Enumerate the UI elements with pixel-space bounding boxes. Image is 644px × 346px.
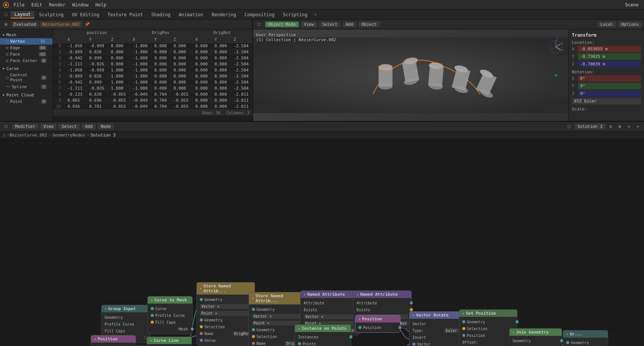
- tab-scripting[interactable]: Scripting: [279, 11, 311, 18]
- breadcrumb-bezier[interactable]: BézierCurve.002: [9, 133, 47, 138]
- viewport-add-menu[interactable]: Add: [343, 22, 356, 27]
- object-mode-btn[interactable]: Object Mode: [265, 22, 299, 27]
- node-add-menu[interactable]: Add: [82, 124, 96, 129]
- control-point-filter[interactable]: ○ Control Point 0: [0, 72, 53, 83]
- sna1-val-row: Value: [197, 337, 255, 344]
- cell-value: -1.000: [130, 61, 151, 67]
- viewport-3d-area[interactable]: X Y Z: [253, 29, 568, 121]
- tab-compositing[interactable]: Compositing: [241, 11, 278, 18]
- table-row: 0-1.058-0.0990.000-1.0000.0000.0000.0000…: [53, 43, 252, 49]
- options-btn[interactable]: Options: [618, 22, 642, 27]
- vertex-filter[interactable]: □ Vertex 56: [0, 38, 53, 45]
- transform-mode-btn[interactable]: Local: [598, 22, 616, 27]
- menu-file[interactable]: File: [11, 2, 28, 8]
- cell-value: -0.055: [170, 104, 192, 110]
- point-cloud-header[interactable]: ▾ Point Cloud: [0, 92, 53, 98]
- node-instance-on-points[interactable]: ▾ Instance on Points Instances Points: [295, 324, 351, 346]
- spreadsheet-table-container[interactable]: position OrigPos OrigRot X Y Z X Y: [53, 29, 252, 121]
- tab-texture-paint[interactable]: Texture Paint: [104, 11, 147, 18]
- cell-value: 0.099: [86, 79, 108, 85]
- node-select-menu[interactable]: Select: [59, 124, 80, 129]
- rotation-y-value[interactable]: 0°: [578, 83, 641, 89]
- na1-label: Named Attribute: [307, 292, 344, 297]
- pin-icon[interactable]: 📌: [83, 21, 91, 28]
- node-node-menu[interactable]: Node: [98, 124, 114, 129]
- overlay-btn[interactable]: ⊡: [607, 123, 615, 130]
- node-vector-rotate[interactable]: ▾ Vector Rotate Vector Type: Euler: [409, 311, 462, 346]
- face-filter[interactable]: ⊡ Face 42: [0, 51, 53, 57]
- pos2-geo-in: [358, 326, 361, 329]
- mesh-header[interactable]: ▾ Mesh: [0, 32, 53, 38]
- node-set-position[interactable]: ▾ Set Position Geometry Selection: [459, 309, 517, 346]
- curve-header[interactable]: ▾ Curve: [0, 65, 53, 72]
- cell-value: -0.055: [170, 92, 192, 98]
- blender-icon[interactable]: [2, 1, 10, 9]
- node-join-geometry[interactable]: ▾ Join Geometry Geometry Geometry: [509, 328, 562, 346]
- menu-edit[interactable]: Edit: [28, 2, 45, 8]
- viewport-scene[interactable]: X Y Z User Perspective (1) Collection | …: [253, 29, 644, 121]
- chevron-icon: ▾: [105, 307, 107, 311]
- cell-value: 0.000: [170, 73, 192, 79]
- tab-animation[interactable]: Animation: [175, 11, 207, 18]
- menu-help[interactable]: Help: [93, 2, 110, 8]
- node-position-2[interactable]: ▾ Position Position: [355, 315, 400, 333]
- cell-value: 0.026: [86, 49, 108, 55]
- node-gr-output[interactable]: ▾ Gr... Geometry: [563, 330, 608, 346]
- node-store-named-1[interactable]: ▾ Store Named Attrib... Geometry Vector …: [196, 282, 255, 346]
- viewport-overlay: User Perspective (1) Collection | Bézier…: [256, 33, 336, 42]
- sna2-type-dropdown[interactable]: Vector ▾: [252, 314, 304, 319]
- breadcrumb-solution[interactable]: Solution 3: [91, 133, 116, 138]
- pin-node-btn[interactable]: ✦: [634, 123, 642, 130]
- viewport-select-menu[interactable]: Select: [319, 22, 340, 27]
- tab-sculpting[interactable]: Sculpting: [35, 11, 67, 18]
- node-position[interactable]: ▾ Position Position: [91, 335, 136, 346]
- node-view-menu[interactable]: View: [40, 124, 57, 129]
- cell-value: -0.049: [130, 98, 151, 104]
- vr-veci-row: Vector: [409, 341, 462, 346]
- tab-shading[interactable]: Shading: [148, 11, 175, 18]
- col-origrot[interactable]: OrigRot: [192, 29, 252, 36]
- add-tab-button[interactable]: +: [312, 11, 319, 18]
- rotation-x-value[interactable]: 0°: [578, 75, 641, 82]
- solution-label[interactable]: Solution 3: [575, 124, 605, 129]
- sna1-name-in: [200, 332, 203, 335]
- tab-uv-editing[interactable]: UV Editing: [68, 11, 103, 18]
- iop-pts-row: Points: [295, 340, 351, 346]
- object-name-display[interactable]: BézierCurve.002: [40, 22, 82, 27]
- node-curve-to-mesh-1[interactable]: ▾ Curve to Mesh Curve Profile Curve: [147, 296, 193, 334]
- node-canvas[interactable]: ▾ Curve Tangent ▾ +Z: [0, 139, 644, 346]
- tab-layout[interactable]: Layout: [11, 11, 34, 19]
- modifier-btn[interactable]: Modifier: [12, 124, 38, 129]
- col-position[interactable]: position: [64, 29, 130, 36]
- vr-type-dropdown[interactable]: Euler: [444, 328, 459, 333]
- copy-btn[interactable]: ⊞: [616, 123, 624, 130]
- spline-filter[interactable]: 〜 Spline 2: [0, 83, 53, 90]
- location-z-value[interactable]: -0.70039 m: [578, 61, 641, 67]
- menu-render[interactable]: Render: [46, 2, 68, 8]
- viewport-view-menu[interactable]: View: [301, 22, 317, 27]
- edge-filter[interactable]: ⊡ Edge 84: [0, 45, 53, 51]
- cell-value: 0.000: [170, 55, 192, 61]
- breadcrumb-geo-nodes[interactable]: GeometryNodes: [53, 133, 85, 138]
- face-corner-count: 0: [41, 59, 46, 63]
- na1-type-dropdown[interactable]: Vector ▾: [304, 314, 355, 319]
- sna1-type-dropdown[interactable]: Vector ▾: [200, 304, 252, 309]
- rotation-z-value[interactable]: 0°: [578, 90, 641, 97]
- col-origpos[interactable]: OrigPos: [130, 29, 192, 36]
- sna1-domain-dropdown[interactable]: Point ▾: [200, 311, 252, 316]
- location-x-value[interactable]: -0.053655 m: [578, 46, 641, 52]
- location-y-value[interactable]: -0.73025 m: [578, 53, 641, 60]
- face-corner-filter[interactable]: ⊡ Face Corner 0: [0, 57, 53, 64]
- rotation-mode-dropdown[interactable]: XYZ Euler: [572, 98, 641, 104]
- close-node-btn[interactable]: ✕: [625, 123, 633, 130]
- cell-value: -0.026: [86, 85, 108, 92]
- eval-mode-dropdown[interactable]: Evaluated: [11, 22, 39, 27]
- iop-inst-row: Instances: [295, 334, 351, 340]
- point-filter[interactable]: · Point 0: [0, 98, 53, 105]
- menu-window[interactable]: Window: [69, 2, 91, 8]
- node-curve-line[interactable]: ▾ Curve Line Points Direction Curve: [147, 337, 192, 346]
- tab-rendering[interactable]: Rendering: [208, 11, 240, 18]
- viewport-object-menu[interactable]: Object: [358, 22, 380, 27]
- vertex-count: 56: [39, 39, 46, 43]
- cell-value: -0.055: [108, 104, 130, 110]
